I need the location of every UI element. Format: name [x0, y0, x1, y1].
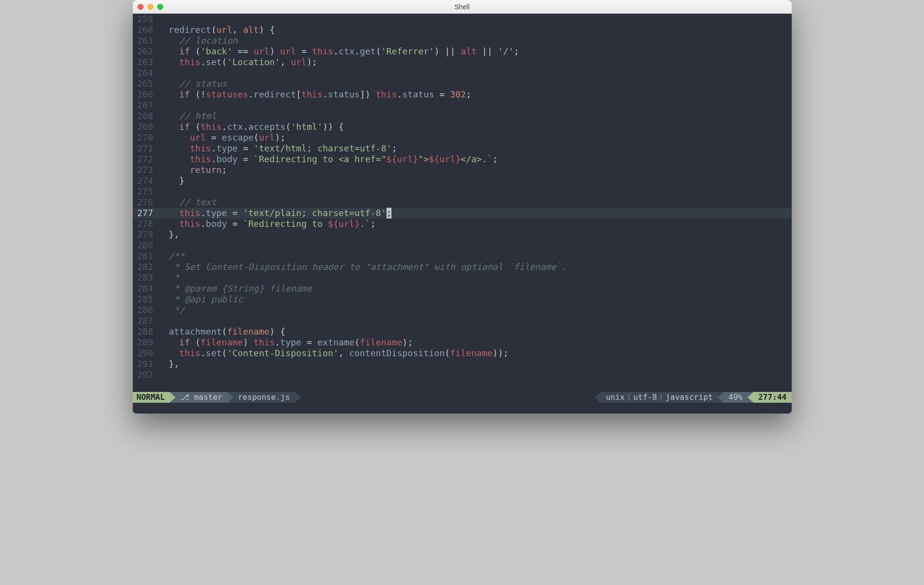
code-line[interactable]: 285 * @api public: [133, 294, 792, 305]
token: =: [296, 46, 312, 56]
code-line[interactable]: 283 *: [133, 272, 792, 283]
line-content[interactable]: * Set Content-Disposition header to "att…: [158, 262, 792, 272]
line-content[interactable]: // text: [158, 197, 792, 208]
token: </a>.`: [461, 154, 492, 164]
line-content[interactable]: this.set('Content-Disposition', contentD…: [158, 348, 792, 359]
line-content[interactable]: return;: [158, 165, 792, 175]
line-content[interactable]: [158, 68, 792, 78]
token: status: [328, 89, 360, 99]
minimize-icon[interactable]: [147, 4, 153, 10]
token: url: [259, 132, 275, 143]
line-content[interactable]: this.type = 'text/plain; charset=utf-8';: [158, 208, 792, 219]
line-content[interactable]: if (filename) this.type = extname(filena…: [158, 337, 792, 348]
token: [158, 46, 179, 56]
token: filename: [450, 348, 493, 358]
line-content[interactable]: attachment(filename) {: [158, 326, 792, 337]
code-line[interactable]: 290 this.set('Content-Disposition', cont…: [133, 348, 792, 359]
line-content[interactable]: * @param {String} filename: [158, 283, 792, 294]
code-line[interactable]: 292: [133, 369, 792, 380]
line-content[interactable]: [158, 14, 792, 24]
line-content[interactable]: * @api public: [158, 294, 792, 305]
code-line[interactable]: 267: [133, 100, 792, 111]
zoom-icon[interactable]: [157, 4, 163, 10]
line-content[interactable]: this.body = `Redirecting to ${url}.`;: [158, 219, 792, 229]
code-line[interactable]: 274 }: [133, 175, 792, 186]
code-line[interactable]: 259: [133, 14, 792, 24]
code-line[interactable]: 262 if ('back' == url) url = this.ctx.ge…: [133, 46, 792, 57]
code-line[interactable]: 270 url = escape(url);: [133, 132, 792, 143]
code-line[interactable]: 279 },: [133, 229, 792, 240]
code-line[interactable]: 271 this.type = 'text/html; charset=utf-…: [133, 143, 792, 154]
line-content[interactable]: url = escape(url);: [158, 132, 792, 143]
separator-icon: [170, 392, 175, 403]
token: [: [296, 89, 301, 99]
token: (: [190, 46, 201, 56]
line-content[interactable]: [158, 186, 792, 197]
line-content[interactable]: */: [158, 305, 792, 316]
code-line[interactable]: 272 this.body = `Redirecting to <a href=…: [133, 154, 792, 165]
code-line[interactable]: 276 // text: [133, 197, 792, 208]
line-content[interactable]: /**: [158, 251, 792, 262]
line-content[interactable]: // status: [158, 78, 792, 89]
line-content[interactable]: [158, 316, 792, 326]
token: ) {: [259, 24, 275, 35]
code-line[interactable]: 264: [133, 68, 792, 78]
code-lines[interactable]: 259260 redirect(url, alt) {261 // locati…: [133, 14, 792, 380]
code-line[interactable]: 291 },: [133, 359, 792, 369]
line-content[interactable]: [158, 240, 792, 251]
code-line[interactable]: 265 // status: [133, 78, 792, 89]
code-line[interactable]: 284 * @param {String} filename: [133, 283, 792, 294]
line-content[interactable]: this.body = `Redirecting to <a href="${u…: [158, 154, 792, 165]
code-line[interactable]: 275: [133, 186, 792, 197]
token: [158, 122, 179, 132]
token: (!: [190, 89, 206, 99]
code-line[interactable]: 268 // html: [133, 111, 792, 122]
token: ;: [466, 89, 471, 99]
line-content[interactable]: [158, 369, 792, 380]
code-line[interactable]: 263 this.set('Location', url);: [133, 57, 792, 68]
code-line[interactable]: 282 * Set Content-Disposition header to …: [133, 262, 792, 272]
token: }: [455, 154, 461, 164]
code-line[interactable]: 261 // location: [133, 35, 792, 46]
line-content[interactable]: }: [158, 175, 792, 186]
token: .: [243, 122, 248, 132]
filetype: javascript: [665, 392, 712, 403]
line-content[interactable]: if ('back' == url) url = this.ctx.get('R…: [158, 46, 792, 57]
code-line[interactable]: 266 if (!statuses.redirect[this.status])…: [133, 89, 792, 100]
line-content[interactable]: [158, 100, 792, 111]
code-line[interactable]: 273 return;: [133, 165, 792, 175]
line-content[interactable]: redirect(url, alt) {: [158, 24, 792, 35]
line-content[interactable]: // location: [158, 35, 792, 46]
token: ;: [370, 219, 376, 229]
line-content[interactable]: if (!statuses.redirect[this.status]) thi…: [158, 89, 792, 100]
code-line[interactable]: 288 attachment(filename) {: [133, 326, 792, 337]
code-line[interactable]: 289 if (filename) this.type = extname(fi…: [133, 337, 792, 348]
code-line[interactable]: 287: [133, 316, 792, 326]
close-icon[interactable]: [138, 4, 144, 10]
code-line[interactable]: 281 /**: [133, 251, 792, 262]
token: );: [307, 57, 317, 67]
line-content[interactable]: },: [158, 359, 792, 369]
token: =: [301, 337, 317, 347]
code-line[interactable]: 269 if (this.ctx.accepts('html')) {: [133, 122, 792, 132]
line-content[interactable]: *: [158, 272, 792, 283]
titlebar[interactable]: Shell: [133, 0, 792, 14]
command-line-area[interactable]: [133, 403, 792, 414]
line-content[interactable]: this.set('Location', url);: [158, 57, 792, 68]
line-content[interactable]: this.type = 'text/html; charset=utf-8';: [158, 143, 792, 154]
token: if: [179, 337, 190, 347]
line-number: 266: [133, 89, 158, 100]
token: // location: [179, 35, 238, 46]
code-line[interactable]: 260 redirect(url, alt) {: [133, 24, 792, 35]
line-content[interactable]: if (this.ctx.accepts('html')) {: [158, 122, 792, 132]
editor-viewport[interactable]: 259260 redirect(url, alt) {261 // locati…: [133, 14, 792, 392]
line-content[interactable]: },: [158, 229, 792, 240]
token: type: [206, 208, 227, 218]
code-line[interactable]: 280: [133, 240, 792, 251]
fileformat: unix: [606, 392, 625, 403]
separator-icon: [748, 392, 754, 403]
code-line[interactable]: 278 this.body = `Redirecting to ${url}.`…: [133, 219, 792, 229]
code-line[interactable]: 286 */: [133, 305, 792, 316]
line-content[interactable]: // html: [158, 111, 792, 122]
code-line[interactable]: 277 this.type = 'text/plain; charset=utf…: [133, 208, 792, 219]
